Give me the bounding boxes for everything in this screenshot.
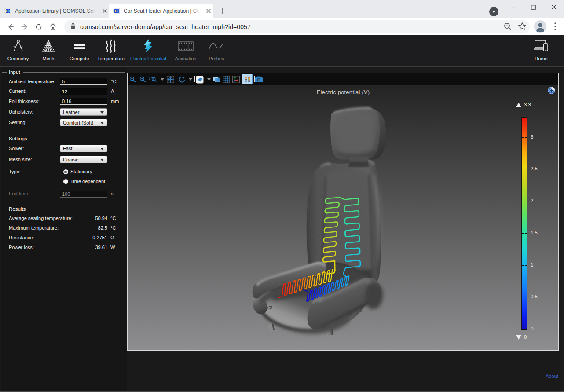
tab-title-fade <box>192 8 201 14</box>
zoom-indicator-icon[interactable] <box>503 22 513 33</box>
caret-down-icon <box>100 111 104 114</box>
ribbon-electric-potential[interactable]: Electric Potential <box>127 38 169 65</box>
zoom-box-dropdown-icon[interactable] <box>161 78 164 81</box>
maximize-icon[interactable] <box>523 0 543 14</box>
unit-label: °C <box>110 216 116 221</box>
home-icon[interactable] <box>46 19 60 34</box>
label-seating-: Seating: <box>9 120 26 125</box>
rotate-icon[interactable] <box>178 75 186 84</box>
rotate-dropdown-icon[interactable] <box>189 78 192 81</box>
colorbar-tick-label: 0.5 <box>531 294 538 299</box>
new-tab-icon[interactable] <box>219 7 227 17</box>
colorbar-tick-label: 2 <box>531 198 533 203</box>
colorbar-tick <box>522 169 524 169</box>
tab-title-text: Car Seat Heater Application | COMS <box>124 8 201 14</box>
color-legend-icon[interactable] <box>242 74 253 84</box>
plot-canvas[interactable]: Electric potential (V) <box>128 85 558 350</box>
forward-icon[interactable] <box>18 19 32 34</box>
input-end-time[interactable] <box>60 191 107 198</box>
zoom-box-icon[interactable] <box>149 75 157 84</box>
colorbar-tick <box>525 329 527 330</box>
label-foil-thickness-: Foil thickness: <box>9 99 40 104</box>
input-foil-thickness-[interactable] <box>60 98 107 105</box>
colorbar-tick <box>525 169 527 169</box>
close-icon[interactable] <box>544 0 564 14</box>
sidebar-form: InputAmbient temperature:°CCurrent:AFoil… <box>1 68 127 391</box>
legend-line <box>28 209 125 209</box>
ribbon-temperature[interactable]: Temperature <box>90 38 132 65</box>
zoom-out-icon[interactable] <box>139 75 147 84</box>
star-icon[interactable] <box>517 22 527 33</box>
zoom-extents-icon[interactable] <box>166 75 175 84</box>
colorbar-tick <box>525 201 527 201</box>
about-link[interactable]: About <box>546 374 558 379</box>
mesh-icon <box>41 38 56 55</box>
graphics-window: Electric potential (V) <box>127 73 559 351</box>
grid-icon[interactable] <box>222 75 231 84</box>
result-value: 82.5 <box>77 225 107 231</box>
url-text[interactable]: comsol.com/server-demo/app/car_seat_heat… <box>80 23 251 30</box>
select-value: Coarse <box>63 157 78 162</box>
radio-unselected[interactable] <box>63 179 68 184</box>
scene-light-icon[interactable] <box>195 75 204 84</box>
app-content: InputAmbient temperature:°CCurrent:AFoil… <box>0 68 564 392</box>
tab-car-seat-heater[interactable]: Car Seat Heater Application | COMS <box>109 4 213 18</box>
label-upholstery-: Upholstery: <box>9 109 33 114</box>
legend-line <box>2 72 7 73</box>
browser-toolbar: comsol.com/server-demo/app/car_seat_heat… <box>0 18 564 35</box>
transparency-icon[interactable] <box>212 75 221 84</box>
colorbar-tick <box>525 265 527 266</box>
electric-potential-icon <box>142 38 155 55</box>
comsol-favicon <box>4 7 11 15</box>
unit-label: s <box>111 191 114 196</box>
select-solver[interactable]: Fast <box>60 145 107 152</box>
radio-selected[interactable] <box>63 169 68 174</box>
tab-title: Application Library | COMSOL Serve <box>15 8 98 14</box>
tab-title-fade <box>88 8 98 14</box>
field-label: Mesh size: <box>9 157 32 162</box>
legend-line <box>23 72 125 73</box>
field-label: End time: <box>9 191 29 196</box>
caret-down-icon <box>100 122 104 124</box>
colorbar-min: 0 <box>516 334 527 340</box>
app-ribbon: Geometry Mesh Compute Temperature Elec <box>0 35 564 67</box>
ribbon-label: Probes <box>209 56 224 61</box>
reload-icon[interactable] <box>31 19 46 34</box>
legend-line <box>2 209 7 209</box>
address-bar[interactable]: comsol.com/server-demo/app/car_seat_heat… <box>64 20 530 33</box>
ribbon-probes[interactable]: Probes <box>195 38 238 65</box>
select-upholstery-[interactable]: Leather <box>60 108 107 116</box>
input-ambient-temperature-[interactable] <box>60 78 107 85</box>
select-mesh-size[interactable]: Coarse <box>60 156 107 163</box>
ribbon-label: Temperature <box>97 56 125 61</box>
screenshot-icon[interactable] <box>255 75 263 84</box>
browser-menu-icon[interactable] <box>551 21 560 33</box>
select-seating-[interactable]: Comfort (Soft) <box>60 119 107 126</box>
tab-application-library[interactable]: Application Library | COMSOL Serve <box>4 4 108 18</box>
field-label: Maximum temperature: <box>9 225 59 231</box>
lock-icon[interactable] <box>70 23 76 31</box>
minimize-icon[interactable] <box>503 0 523 14</box>
field-label: Solver: <box>9 146 24 151</box>
back-icon[interactable] <box>3 19 18 34</box>
window-frame-bottom <box>0 391 564 392</box>
axes-orientation-icon[interactable] <box>232 75 240 84</box>
colorbar-tick-label: 2.5 <box>531 166 538 171</box>
tab-close-icon[interactable] <box>101 7 108 15</box>
radio-label: Time dependent <box>70 179 105 184</box>
tab-close-icon[interactable] <box>205 7 212 15</box>
avatar-icon[interactable] <box>534 20 546 33</box>
tab-search-icon[interactable] <box>489 7 498 16</box>
ribbon-home[interactable]: Home <box>520 38 562 65</box>
input-current-[interactable] <box>60 88 107 95</box>
compute-icon <box>73 38 85 55</box>
field-label: Power loss: <box>9 245 34 250</box>
unit-label: Ω <box>110 235 114 240</box>
colorbar-tick <box>522 137 524 138</box>
scene-light-dropdown-icon[interactable] <box>207 78 211 81</box>
zoom-in-icon[interactable] <box>128 75 137 84</box>
ribbon-label: Compute <box>70 56 89 61</box>
field-label: Type: <box>9 169 21 174</box>
unit-label: W <box>110 245 115 250</box>
ribbon-label: Electric Potential <box>130 56 166 61</box>
